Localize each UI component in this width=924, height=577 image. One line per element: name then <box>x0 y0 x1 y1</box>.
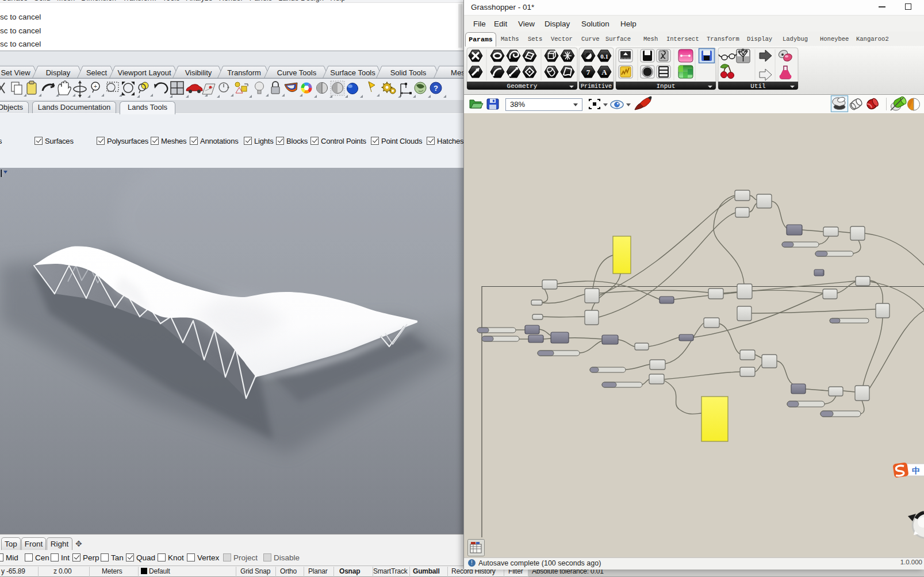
svg-text:Surface Tools: Surface Tools <box>330 68 375 77</box>
svg-text:0.1: 0.1 <box>600 53 608 60</box>
svg-text:Transform: Transform <box>227 68 261 77</box>
svg-text:Select: Select <box>86 68 108 77</box>
svg-text:Util: Util <box>750 83 765 90</box>
svg-text:Primitive: Primitive <box>581 83 612 90</box>
svg-text:Set View: Set View <box>1 68 30 77</box>
svg-text:Input: Input <box>656 83 675 90</box>
svg-text:中: 中 <box>912 466 920 475</box>
svg-text:7: 7 <box>586 68 591 76</box>
svg-text:Mesh: Mesh <box>451 68 463 77</box>
svg-text:A: A <box>601 68 607 76</box>
svg-text:Visibility: Visibility <box>185 68 212 77</box>
svg-text:Viewport Layout: Viewport Layout <box>118 68 171 77</box>
svg-text:+: + <box>94 83 97 90</box>
svg-text:Curve Tools: Curve Tools <box>277 68 317 77</box>
svg-text:Solid Tools: Solid Tools <box>390 68 427 77</box>
svg-text:Display: Display <box>46 68 71 77</box>
svg-text:Geometry: Geometry <box>507 83 538 90</box>
svg-text:?: ? <box>434 84 438 93</box>
svg-text:38%: 38% <box>510 100 525 109</box>
